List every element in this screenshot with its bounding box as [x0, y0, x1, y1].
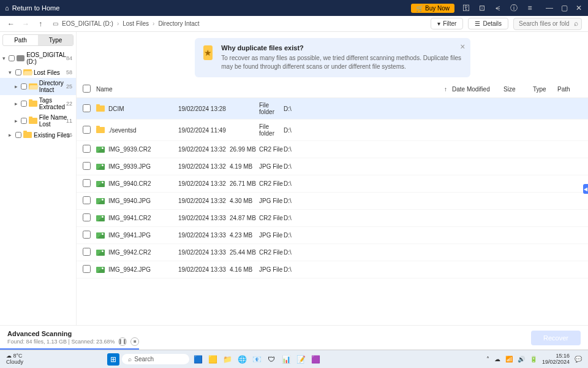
table-row[interactable]: IMG_9941.CR219/02/2024 13:3324.87 MBCR2 …: [77, 210, 588, 227]
row-checkbox[interactable]: [83, 213, 91, 221]
tree-checkbox[interactable]: [21, 118, 27, 124]
breadcrumb-seg-0[interactable]: EOS_DIGITAL (D:): [62, 20, 113, 27]
row-checkbox[interactable]: [83, 104, 91, 112]
system-tray[interactable]: ˄ ☁ 📶 🔊 🔋 15:16 19/02/2024 💬: [486, 353, 582, 366]
tree-item[interactable]: ▸Tags Extracted22: [0, 95, 76, 112]
details-button[interactable]: ☰ Details: [468, 18, 508, 29]
tree-checkbox[interactable]: [15, 69, 21, 75]
select-all-checkbox[interactable]: [83, 85, 91, 93]
tab-type[interactable]: Type: [38, 35, 73, 45]
row-checkbox[interactable]: [83, 126, 91, 134]
folder-icon: [23, 131, 32, 139]
up-button[interactable]: ↑: [36, 20, 45, 28]
notification-icon[interactable]: 💬: [575, 356, 582, 362]
weather-widget[interactable]: ☁ 8°C Cloudy: [6, 353, 23, 366]
tree-item[interactable]: ▾Lost Files58: [0, 67, 76, 78]
file-size: 26.99 MB: [230, 146, 259, 153]
wifi-icon[interactable]: 📶: [505, 356, 513, 362]
forward-button[interactable]: →: [21, 20, 31, 28]
col-type[interactable]: Type: [533, 86, 557, 93]
table-row[interactable]: IMG_9941.JPG19/02/2024 13:334.23 MBJPG F…: [77, 227, 588, 244]
tree-checkbox[interactable]: [21, 101, 27, 107]
filter-label: Filter: [443, 20, 456, 27]
preview-toggle[interactable]: ◀: [583, 184, 588, 194]
table-row[interactable]: IMG_9940.JPG19/02/2024 13:324.30 MBJPG F…: [77, 193, 588, 210]
row-checkbox[interactable]: [83, 248, 91, 256]
battery-icon[interactable]: 🔋: [530, 356, 537, 362]
file-size: 4.30 MB: [230, 197, 259, 204]
banner-close-button[interactable]: ×: [460, 42, 465, 52]
file-date: 19/02/2024 13:33: [178, 249, 230, 256]
star-folder-icon: ★: [203, 45, 213, 60]
col-path[interactable]: Path: [557, 86, 582, 93]
col-size[interactable]: Size: [503, 86, 533, 93]
row-checkbox[interactable]: [83, 145, 91, 153]
start-button[interactable]: ⊞: [107, 353, 119, 366]
tree-checkbox[interactable]: [21, 83, 27, 90]
tab-path[interactable]: Path: [3, 35, 38, 45]
tree-count: 25: [66, 83, 72, 90]
row-checkbox[interactable]: [83, 196, 91, 204]
back-button[interactable]: ←: [6, 20, 16, 28]
file-size: 25.44 MB: [230, 249, 259, 256]
sort-arrow-icon[interactable]: ↑: [444, 86, 447, 93]
key-icon[interactable]: ⚿: [462, 4, 470, 12]
breadcrumb-seg-1[interactable]: Lost Files: [123, 20, 149, 27]
table-row[interactable]: IMG_9939.JPG19/02/2024 13:324.19 MBJPG F…: [77, 158, 588, 175]
table-row[interactable]: ./seventsd19/02/2024 11:49File folderD:\: [77, 120, 588, 141]
breadcrumb-seg-2[interactable]: Directory Intact: [158, 20, 199, 27]
task-app-8[interactable]: 📝: [295, 353, 307, 366]
buy-now-button[interactable]: 🛒 Buy Now: [411, 4, 454, 13]
file-name: IMG_9939.JPG: [108, 163, 151, 170]
file-size: 4.23 MB: [230, 232, 259, 239]
row-checkbox[interactable]: [83, 162, 91, 170]
tree-checkbox[interactable]: [15, 132, 21, 138]
tree-item[interactable]: ▸Existing Files26: [0, 129, 76, 140]
filter-button[interactable]: ▾ Filter: [431, 18, 463, 29]
weather-temp: 8°C: [13, 353, 23, 359]
close-button[interactable]: ✕: [575, 4, 583, 12]
table-row[interactable]: IMG_9942.JPG19/02/2024 13:334.16 MBJPG F…: [77, 261, 588, 278]
volume-icon[interactable]: 🔊: [518, 356, 525, 362]
taskbar: ☁ 8°C Cloudy ⊞ ⌕ Search 🟦 🟨 📁 🌐 📧 🛡 📊 📝 …: [0, 350, 588, 368]
col-name[interactable]: Name: [96, 86, 170, 93]
file-date: 19/02/2024 13:32: [178, 146, 230, 153]
maximize-button[interactable]: ▢: [560, 4, 568, 12]
task-app-6[interactable]: 🛡: [265, 353, 277, 366]
chevron-up-icon[interactable]: ˄: [486, 356, 489, 362]
cloud-icon[interactable]: ☁: [494, 356, 500, 362]
menu-icon[interactable]: ≡: [526, 4, 534, 12]
minimize-button[interactable]: —: [545, 4, 554, 12]
info-icon[interactable]: ⓘ: [510, 4, 518, 12]
row-checkbox[interactable]: [83, 265, 91, 273]
table-row[interactable]: IMG_9939.CR219/02/2024 13:3226.99 MBCR2 …: [77, 141, 588, 158]
row-checkbox[interactable]: [83, 179, 91, 187]
task-app-1[interactable]: 🟦: [192, 353, 204, 366]
tree-item[interactable]: ▾EOS_DIGITAL (D:)84: [0, 50, 76, 67]
search-input[interactable]: [513, 18, 582, 30]
task-app-4[interactable]: 🌐: [236, 353, 248, 366]
taskbar-search[interactable]: ⌕ Search: [122, 354, 189, 364]
return-home-button[interactable]: ⌂ Return to Home: [5, 4, 59, 12]
task-app-7[interactable]: 📊: [280, 353, 292, 366]
caret-icon: ▸: [15, 83, 19, 90]
stop-button[interactable]: ■: [130, 337, 139, 346]
pause-button[interactable]: ❚❚: [118, 337, 127, 346]
table-row[interactable]: IMG_9940.CR219/02/2024 13:3226.71 MBCR2 …: [77, 175, 588, 193]
recover-button[interactable]: Recover: [531, 331, 581, 345]
file-name: IMG_9940.JPG: [108, 197, 151, 204]
col-date[interactable]: Date Modified: [452, 86, 503, 93]
tree-checkbox[interactable]: [9, 55, 15, 61]
task-app-5[interactable]: 📧: [251, 353, 263, 366]
task-app-2[interactable]: 🟨: [206, 353, 219, 366]
feedback-icon[interactable]: ⊡: [478, 4, 486, 12]
row-checkbox[interactable]: [83, 231, 91, 239]
task-app-9[interactable]: 🟪: [309, 353, 322, 366]
tree-item[interactable]: ▸Directory Intact25: [0, 78, 76, 95]
task-app-3[interactable]: 📁: [221, 353, 233, 366]
share-icon[interactable]: ⪪: [494, 4, 502, 12]
tree-item[interactable]: ▸File Name Lost11: [0, 112, 76, 129]
table-row[interactable]: DCIM19/02/2024 13:28File folderD:\: [77, 98, 588, 120]
table-row[interactable]: IMG_9942.CR219/02/2024 13:3325.44 MBCR2 …: [77, 244, 588, 261]
home-icon: ⌂: [5, 4, 9, 12]
